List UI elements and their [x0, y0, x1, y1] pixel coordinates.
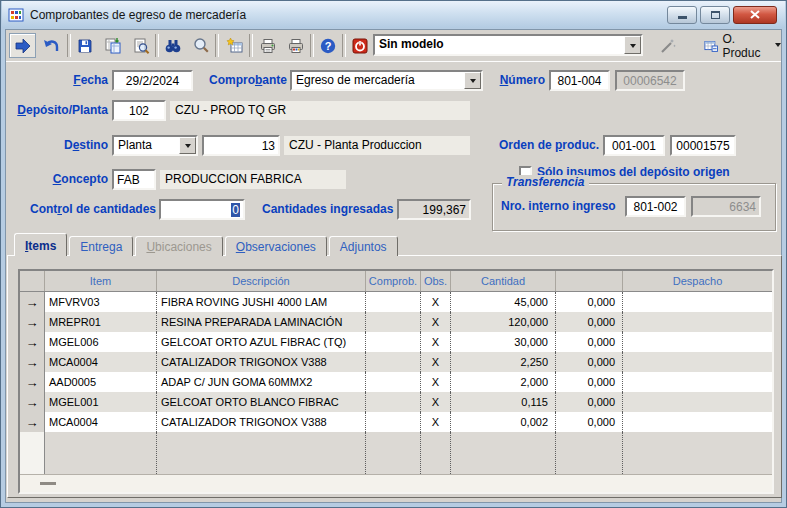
table-row[interactable]: → MGEL006 GELCOAT ORTO AZUL FIBRAC (TQ) … [20, 332, 772, 352]
cell-item[interactable]: MCA0004 [45, 352, 157, 372]
wand-button[interactable] [654, 33, 681, 58]
table-row[interactable]: → MGEL001 GELCOAT ORTO BLANCO FIBRAC X 0… [20, 392, 772, 412]
cell-comprob[interactable] [366, 292, 421, 312]
minimize-button[interactable] [667, 6, 697, 24]
fecha-input[interactable] [112, 70, 193, 91]
orden-numero-input[interactable] [670, 135, 736, 156]
cell-cant2[interactable]: 0,000 [556, 332, 623, 352]
nro-interno-serie-input[interactable] [625, 196, 686, 217]
cell-descripcion[interactable]: CATALIZADOR TRIGONOX V388 [157, 352, 366, 372]
header-descripcion[interactable]: Descripción [157, 271, 366, 291]
tab-adjuntos[interactable]: Adjuntos [329, 236, 398, 256]
cell-despacho[interactable] [623, 312, 772, 332]
new-grid-button[interactable] [221, 33, 248, 58]
cell-despacho[interactable] [623, 372, 772, 392]
table-row[interactable]: → MREPR01 RESINA PREPARADA LAMINACIÓN X … [20, 312, 772, 332]
cell-obs[interactable]: X [421, 312, 451, 332]
help-button[interactable]: ? [314, 33, 341, 58]
produc-dropdown-button[interactable]: O. Produc [704, 35, 781, 56]
cell-cant2[interactable]: 0,000 [556, 292, 623, 312]
destino-dropdown-button[interactable] [179, 137, 196, 154]
orden-serie-input[interactable] [603, 135, 665, 156]
cell-cantidad[interactable]: 0,115 [451, 392, 556, 412]
header-obs[interactable]: Obs. [421, 271, 451, 291]
print-button[interactable] [254, 33, 281, 58]
find-button[interactable] [159, 33, 186, 58]
header-cantidad[interactable]: Cantidad [451, 271, 556, 291]
cell-descripcion[interactable]: GELCOAT ORTO AZUL FIBRAC (TQ) [157, 332, 366, 352]
row-selector[interactable]: → [20, 392, 45, 412]
cell-item[interactable]: MGEL001 [45, 392, 157, 412]
cell-cantidad[interactable]: 120,000 [451, 312, 556, 332]
cell-item[interactable]: MFVRV03 [45, 292, 157, 312]
cell-item[interactable]: MCA0004 [45, 412, 157, 432]
cell-comprob[interactable] [366, 372, 421, 392]
cell-cant2[interactable]: 0,000 [556, 312, 623, 332]
model-combobox-dropdown-button[interactable] [624, 36, 641, 54]
deposito-codigo-input[interactable] [112, 100, 166, 121]
destino-codigo-input[interactable] [202, 135, 280, 156]
close-button[interactable] [733, 6, 777, 24]
tab-items[interactable]: Items [14, 233, 67, 256]
cell-cantidad[interactable]: 30,000 [451, 332, 556, 352]
row-selector[interactable]: → [20, 332, 45, 352]
row-selector[interactable]: → [20, 352, 45, 372]
control-cantidades-input[interactable]: 0 [159, 199, 245, 220]
cell-obs[interactable]: X [421, 392, 451, 412]
cell-cant2[interactable]: 0,000 [556, 372, 623, 392]
header-despacho[interactable]: Despacho [623, 271, 772, 291]
cell-obs[interactable]: X [421, 372, 451, 392]
maximize-button[interactable] [700, 6, 730, 24]
scrollbar-thumb[interactable] [40, 482, 56, 485]
cell-cantidad[interactable]: 0,002 [451, 412, 556, 432]
cell-comprob[interactable] [366, 312, 421, 332]
cell-descripcion[interactable]: RESINA PREPARADA LAMINACIÓN [157, 312, 366, 332]
cell-cant2[interactable]: 0,000 [556, 352, 623, 372]
header-item[interactable]: Item [45, 271, 157, 291]
header-row-selector[interactable] [20, 271, 45, 291]
table-row[interactable]: → MFVRV03 FIBRA ROVING JUSHI 4000 LAM X … [20, 292, 772, 312]
tab-entrega[interactable]: Entrega [69, 236, 133, 256]
undo-button[interactable] [37, 33, 64, 58]
cell-despacho[interactable] [623, 352, 772, 372]
print-design-button[interactable] [282, 33, 309, 58]
copy-record-button[interactable] [99, 33, 126, 58]
row-selector[interactable]: → [20, 372, 45, 392]
concepto-codigo-input[interactable] [112, 169, 156, 190]
cell-cant2[interactable]: 0,000 [556, 412, 623, 432]
zoom-button[interactable] [187, 33, 214, 58]
cell-comprob[interactable] [366, 332, 421, 352]
cell-item[interactable]: MGEL006 [45, 332, 157, 352]
cell-descripcion[interactable]: ADAP C/ JUN GOMA 60MMX2 [157, 372, 366, 392]
cell-descripcion[interactable]: CATALIZADOR TRIGONOX V388 [157, 412, 366, 432]
cell-obs[interactable]: X [421, 332, 451, 352]
header-comprob[interactable]: Comprob. [366, 271, 421, 291]
table-row[interactable]: → MCA0004 CATALIZADOR TRIGONOX V388 X 2,… [20, 352, 772, 372]
cell-cantidad[interactable]: 2,250 [451, 352, 556, 372]
cell-despacho[interactable] [623, 292, 772, 312]
cell-comprob[interactable] [366, 352, 421, 372]
cell-obs[interactable]: X [421, 352, 451, 372]
row-selector[interactable]: → [20, 312, 45, 332]
model-combobox[interactable]: Sin modelo [373, 34, 643, 56]
cell-despacho[interactable] [623, 392, 772, 412]
row-selector[interactable]: → [20, 292, 45, 312]
cell-obs[interactable]: X [421, 292, 451, 312]
cell-despacho[interactable] [623, 412, 772, 432]
save-button[interactable] [71, 33, 98, 58]
cell-comprob[interactable] [366, 392, 421, 412]
table-row[interactable]: → MCA0004 CATALIZADOR TRIGONOX V388 X 0,… [20, 412, 772, 432]
enter-button[interactable] [9, 33, 36, 58]
print-preview-button[interactable] [127, 33, 154, 58]
comprobante-dropdown-button[interactable] [464, 72, 481, 89]
cell-cantidad[interactable]: 2,000 [451, 372, 556, 392]
horizontal-scrollbar[interactable] [20, 474, 772, 492]
tab-observaciones[interactable]: Observaciones [225, 236, 327, 256]
table-row[interactable]: → AAD0005 ADAP C/ JUN GOMA 60MMX2 X 2,00… [20, 372, 772, 392]
cell-item[interactable]: MREPR01 [45, 312, 157, 332]
cell-comprob[interactable] [366, 412, 421, 432]
cell-obs[interactable]: X [421, 412, 451, 432]
row-selector[interactable]: → [20, 412, 45, 432]
comprobante-combobox[interactable]: Egreso de mercadería [290, 70, 483, 91]
numero-serie-input[interactable] [549, 70, 610, 91]
